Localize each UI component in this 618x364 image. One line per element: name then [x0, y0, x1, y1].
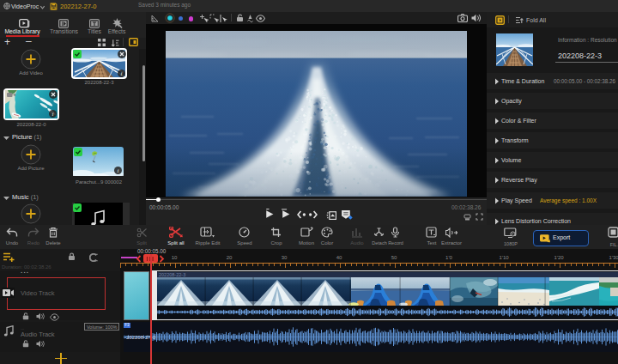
- svg-text:i: i: [121, 70, 123, 77]
- svg-text:i: i: [118, 167, 119, 174]
- svg-text:i: i: [52, 111, 54, 118]
